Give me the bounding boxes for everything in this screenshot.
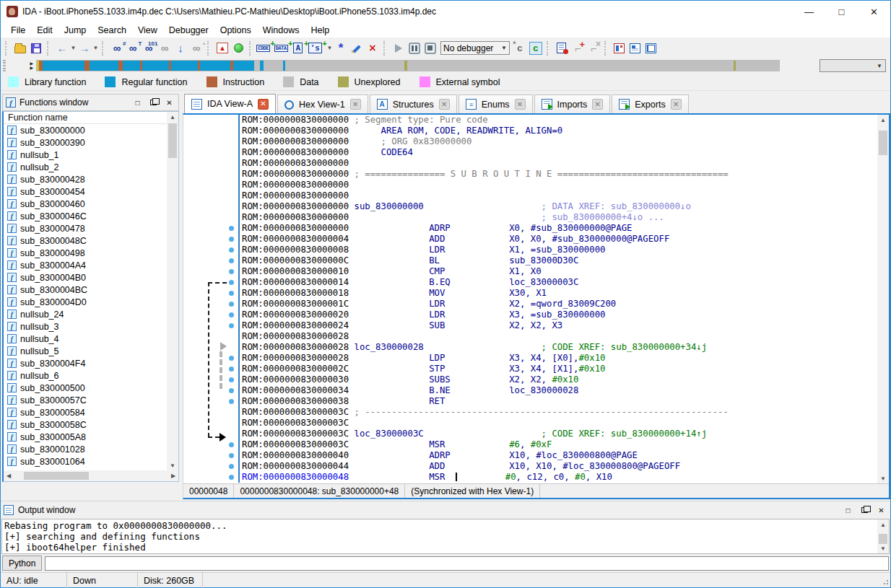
scroll-down-icon[interactable]: ▼: [877, 543, 889, 553]
function-list-item[interactable]: fsub_8300004D0: [4, 296, 167, 308]
search-lock-button[interactable]: ∞▪: [188, 40, 204, 56]
functions-hscroll-track[interactable]: [14, 470, 168, 481]
disassembly-line[interactable]: ROM:000000083000002C STP X3, X4, [X1],#0…: [183, 364, 877, 374]
create-data-button[interactable]: DATA: [274, 40, 292, 56]
create-name-button[interactable]: A: [292, 40, 308, 56]
disassembly-lines[interactable]: ROM:0000000830000000 ; Segment type: Pur…: [183, 115, 877, 483]
disassembly-line[interactable]: ROM:0000000830000000: [183, 158, 877, 169]
functions-close-button[interactable]: ✕: [163, 97, 175, 108]
string-type-dropdown[interactable]: ▼: [326, 40, 333, 56]
window-layout-button-2[interactable]: [627, 40, 643, 56]
disassembly-line[interactable]: ROM:000000083000003C loc_83000003C ; COD…: [183, 429, 877, 439]
navigate-back-button[interactable]: ←: [54, 40, 70, 56]
disassembly-line[interactable]: ROM:0000000830000000 ; sub_830000000+4↓o…: [183, 212, 877, 223]
function-list-item[interactable]: fsub_830000460: [4, 198, 167, 210]
search-binary-button[interactable]: ∞101: [141, 40, 157, 56]
function-list-item[interactable]: fsub_8300005A8: [4, 431, 167, 443]
python-prompt-button[interactable]: Python: [2, 556, 42, 571]
minimize-button[interactable]: —: [793, 1, 825, 22]
function-list-item[interactable]: fsub_830001064: [4, 455, 167, 468]
disassembly-line[interactable]: ROM:0000000830000044 ADD X10, X10, #loc_…: [183, 461, 877, 472]
disassembly-line[interactable]: ROM:0000000830000048 MSR #0, c12, c0, #0…: [183, 472, 877, 483]
scroll-right-icon[interactable]: ▶: [168, 473, 178, 479]
function-list-item[interactable]: fnullsub_6: [4, 369, 167, 382]
disassembly-line[interactable]: ROM:0000000830000004 ADD X0, X0, #sub_83…: [183, 234, 877, 245]
menu-edit[interactable]: Edit: [31, 24, 58, 37]
disassembly-line[interactable]: ROM:0000000830000000: [183, 180, 877, 190]
tab-close-button[interactable]: ✕: [350, 99, 361, 110]
disassembly-vscroll-track[interactable]: [877, 125, 889, 473]
output-vscroll-track[interactable]: [877, 530, 889, 543]
function-list-item[interactable]: fsub_8300004F4: [4, 357, 167, 369]
tab-close-button[interactable]: ✕: [439, 99, 450, 110]
output-vscrollbar[interactable]: ▲ ▼: [877, 519, 889, 553]
function-list-item[interactable]: fsub_830000454: [4, 185, 167, 198]
menu-search[interactable]: Search: [92, 24, 132, 37]
functions-column-header[interactable]: Function name: [4, 112, 167, 124]
problem-list-button[interactable]: ▲: [214, 40, 230, 56]
function-list-item[interactable]: fsub_83000048C: [4, 234, 167, 247]
function-list-item[interactable]: fsub_8300004B0: [4, 271, 167, 284]
navigation-band[interactable]: [36, 60, 780, 71]
disassembly-line[interactable]: ROM:0000000830000028 loc_830000028 ; COD…: [183, 342, 877, 353]
function-list-item[interactable]: fsub_83000058C: [4, 418, 167, 431]
output-vscroll-thumb[interactable]: [879, 534, 887, 544]
disassembly-line[interactable]: ROM:0000000830000010 CMP X1, X0: [183, 266, 877, 277]
functions-vscroll-track[interactable]: [167, 122, 178, 460]
disassembly-line[interactable]: ROM:0000000830000008 LDR X1, =sub_830000…: [183, 245, 877, 255]
debugger-pause-button[interactable]: [407, 40, 422, 56]
navband-scroll-arrows[interactable]: ▶▶: [9, 62, 33, 70]
window-layout-button-1[interactable]: [612, 40, 627, 56]
tab-exports[interactable]: Exports✕: [612, 95, 688, 113]
forward-history-dropdown[interactable]: ▼: [92, 40, 99, 56]
disassembly-line[interactable]: ROM:0000000830000000 ; =============== S…: [183, 169, 877, 180]
menu-windows[interactable]: Windows: [257, 24, 305, 37]
save-file-button[interactable]: [28, 40, 44, 56]
close-button[interactable]: ✕: [858, 1, 890, 22]
scroll-down-icon[interactable]: ▼: [877, 473, 889, 483]
output-float-button[interactable]: [859, 504, 871, 516]
function-list-item[interactable]: fsub_830000584: [4, 406, 167, 418]
create-struct-button[interactable]: *: [333, 40, 349, 56]
menu-debugger[interactable]: Debugger: [163, 24, 214, 37]
disassembly-line[interactable]: ROM:0000000830000000: [183, 190, 877, 201]
debugger-stop-button[interactable]: [422, 40, 438, 56]
tab-imports[interactable]: Imports✕: [534, 95, 611, 113]
edit-comment-button[interactable]: [349, 40, 365, 56]
function-list-item[interactable]: fsub_830000428: [4, 173, 167, 185]
navband-zoom-select[interactable]: ▼: [820, 59, 886, 72]
disassembly-line[interactable]: ROM:0000000830000000 CODE64: [183, 147, 877, 158]
navigate-forward-button[interactable]: →: [77, 40, 92, 56]
scroll-down-icon[interactable]: ▼: [167, 460, 178, 470]
disassembly-line[interactable]: ROM:0000000830000000 ADRP X0, #sub_83000…: [183, 223, 877, 234]
undefine-button[interactable]: ×: [365, 40, 381, 56]
disassembly-line[interactable]: ROM:0000000830000024 SUB X2, X2, X3: [183, 320, 877, 331]
tab-close-button[interactable]: ✕: [515, 99, 526, 110]
functions-vscroll-thumb[interactable]: [168, 123, 177, 158]
open-file-button[interactable]: [12, 40, 28, 56]
function-list-item[interactable]: fnullsub_5: [4, 345, 167, 357]
disassembly-line[interactable]: ROM:0000000830000028: [183, 331, 877, 342]
tab-structures[interactable]: AStructures✕: [370, 95, 457, 113]
tab-close-button[interactable]: ✕: [258, 99, 269, 110]
function-list-item[interactable]: fsub_830000390: [4, 136, 167, 149]
maximize-button[interactable]: □: [825, 1, 858, 22]
search-address-button[interactable]: ∞#: [109, 40, 125, 56]
search-text-button[interactable]: ∞T: [125, 40, 141, 56]
debugger-attach-button[interactable]: c: [512, 40, 528, 56]
resize-grip-icon[interactable]: [882, 580, 888, 586]
menu-view[interactable]: View: [132, 24, 163, 37]
functions-hscroll-thumb[interactable]: [24, 472, 89, 480]
disassembly-line[interactable]: ROM:0000000830000020 LDR X3, =sub_830000…: [183, 310, 877, 320]
menu-options[interactable]: Options: [214, 24, 257, 37]
disassembly-line[interactable]: ROM:0000000830000028 LDP X3, X4, [X0],#0…: [183, 353, 877, 364]
back-history-dropdown[interactable]: ▼: [70, 40, 77, 56]
output-close-button[interactable]: ✕: [875, 504, 887, 516]
tab-close-button[interactable]: ✕: [671, 99, 682, 110]
tab-ida-view-a[interactable]: IDA View-A✕: [184, 94, 276, 113]
function-list-item[interactable]: fsub_8300004A4: [4, 259, 167, 271]
function-list-item[interactable]: fnullsub_4: [4, 333, 167, 345]
tab-hex-view-1[interactable]: Hex View-1✕: [277, 95, 368, 113]
function-list-item[interactable]: fsub_8300004BC: [4, 284, 167, 296]
navband-drag-handle[interactable]: [3, 60, 6, 71]
